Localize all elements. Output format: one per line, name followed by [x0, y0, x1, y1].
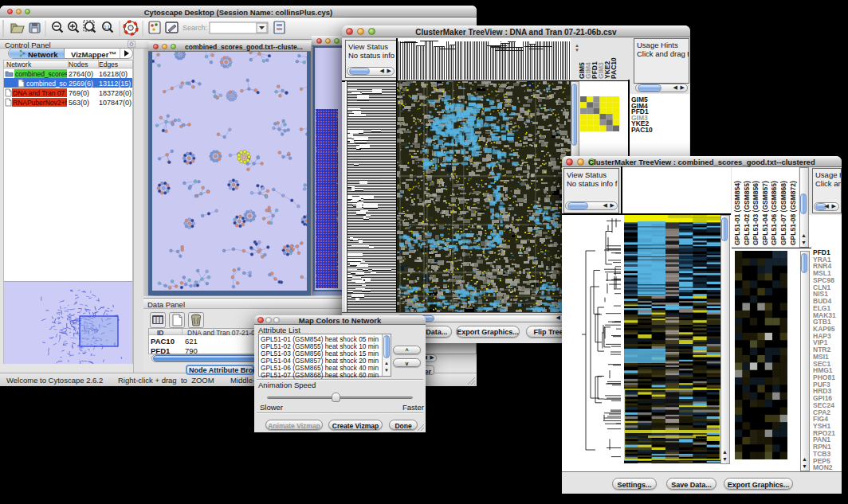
svg-text:1:1: 1:1	[104, 25, 110, 29]
svg-text:Search:: Search:	[183, 24, 207, 32]
